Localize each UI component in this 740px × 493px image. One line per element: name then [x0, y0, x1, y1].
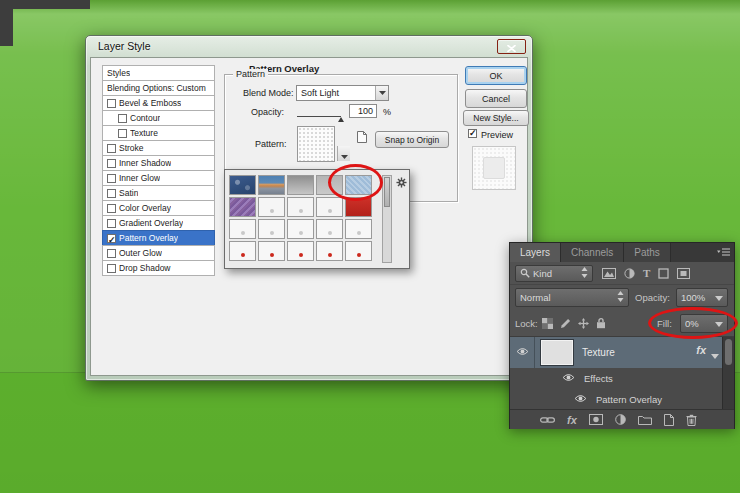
pattern-swatch-red-dot-5[interactable]: [345, 241, 372, 261]
filter-adjustment-icon[interactable]: [624, 268, 635, 279]
style-checkbox[interactable]: [107, 219, 116, 228]
pattern-swatch-purple-ornate[interactable]: [229, 197, 256, 217]
pattern-swatch-white-dots-4[interactable]: [316, 219, 343, 239]
pattern-swatch-red-dot-1[interactable]: [229, 241, 256, 261]
new-preset-icon: [356, 130, 368, 147]
blend-mode-select[interactable]: Soft Light: [296, 85, 389, 101]
style-item-gradient-overlay[interactable]: Gradient Overlay: [102, 215, 215, 231]
pattern-swatch-red-dot-3[interactable]: [287, 241, 314, 261]
pattern-swatch-white-dots-3[interactable]: [287, 219, 314, 239]
style-item-outer-glow[interactable]: Outer Glow: [102, 245, 215, 261]
visibility-toggle[interactable]: [510, 337, 535, 368]
ok-button[interactable]: OK: [465, 66, 527, 85]
style-checkbox[interactable]: [107, 144, 116, 153]
pattern-picker-arrow[interactable]: [337, 146, 350, 161]
collapse-effects-icon[interactable]: [711, 350, 719, 361]
panel-menu-icon[interactable]: [717, 248, 730, 259]
layers-scrollbar-thumb[interactable]: [725, 339, 732, 365]
filter-shape-icon[interactable]: [658, 268, 669, 279]
tab-channels[interactable]: Channels: [561, 243, 624, 262]
dropdown-arrow-icon[interactable]: [375, 86, 388, 100]
layer-opacity-select[interactable]: 100%: [676, 288, 728, 307]
new-preset-button[interactable]: [356, 130, 368, 148]
lock-brush-icon[interactable]: [560, 318, 571, 329]
filter-type-icon[interactable]: T: [643, 267, 650, 279]
layer-mask-icon[interactable]: [589, 414, 603, 425]
picker-scrollbar-thumb[interactable]: [384, 177, 390, 207]
gear-icon[interactable]: [396, 174, 407, 192]
snap-to-origin-button[interactable]: Snap to Origin: [375, 131, 449, 148]
pattern-swatch-white-weave-2[interactable]: [287, 197, 314, 217]
tab-paths[interactable]: Paths: [624, 243, 671, 262]
preview-label: Preview: [481, 130, 513, 140]
style-checkbox[interactable]: [118, 129, 127, 138]
lock-move-icon[interactable]: [578, 318, 589, 329]
adjustment-layer-icon[interactable]: [615, 414, 626, 425]
style-item-pattern-overlay[interactable]: Pattern Overlay: [102, 230, 215, 246]
style-item-stroke[interactable]: Stroke: [102, 140, 215, 156]
style-item-color-overlay[interactable]: Color Overlay: [102, 200, 215, 216]
style-item-contour[interactable]: Contour: [102, 110, 215, 126]
pattern-swatch-blue-clouds[interactable]: [229, 175, 256, 195]
filter-smart-icon[interactable]: [677, 268, 690, 279]
style-checkbox[interactable]: [107, 174, 116, 183]
new-style-button[interactable]: New Style...: [463, 110, 529, 126]
filter-kind-select[interactable]: Kind: [515, 265, 593, 282]
pattern-swatch-white-weave-3[interactable]: [316, 197, 343, 217]
layer-thumbnail[interactable]: [541, 340, 573, 365]
pattern-swatch-sunset-horizon[interactable]: [258, 175, 285, 195]
style-item-texture[interactable]: Texture: [102, 125, 215, 141]
opacity-slider[interactable]: [297, 116, 341, 117]
pattern-overlay-row[interactable]: Pattern Overlay: [510, 389, 722, 410]
preview-checkbox[interactable]: [468, 129, 477, 138]
style-item-drop-shadow[interactable]: Drop Shadow: [102, 260, 215, 276]
lock-label: Lock:: [515, 318, 538, 329]
pattern-swatch-white-weave-1[interactable]: [258, 197, 285, 217]
effects-row[interactable]: Effects: [510, 368, 722, 389]
pattern-swatch-red-dot-2[interactable]: [258, 241, 285, 261]
link-icon[interactable]: [540, 416, 555, 424]
opacity-slider-thumb[interactable]: [338, 117, 344, 122]
style-item-bevel-emboss[interactable]: Bevel & Emboss: [102, 95, 215, 111]
style-checkbox[interactable]: [107, 234, 116, 243]
style-item-inner-glow[interactable]: Inner Glow: [102, 170, 215, 186]
filter-pixel-icon[interactable]: [602, 268, 616, 279]
style-checkbox[interactable]: [118, 114, 127, 123]
pattern-thumbnail[interactable]: [297, 126, 335, 162]
visibility-toggle[interactable]: [562, 373, 575, 384]
opacity-input[interactable]: 100: [349, 104, 377, 118]
lock-all-icon[interactable]: [596, 317, 606, 329]
style-checkbox[interactable]: [107, 99, 116, 108]
pattern-swatch-red-dot-4[interactable]: [316, 241, 343, 261]
group-icon[interactable]: [638, 414, 652, 425]
pattern-swatch-white-dots-5[interactable]: [345, 219, 372, 239]
style-item-label: Gradient Overlay: [119, 216, 183, 231]
picker-scrollbar[interactable]: [382, 175, 392, 263]
style-checkbox[interactable]: [107, 204, 116, 213]
preview-thumbnail: [472, 146, 516, 190]
pattern-swatch-gray-gradient[interactable]: [287, 175, 314, 195]
layer-row-texture[interactable]: Texture fx: [510, 337, 722, 368]
style-item-label: Styles: [107, 66, 130, 81]
style-item-blending-options-custom[interactable]: Blending Options: Custom: [102, 80, 215, 96]
style-checkbox[interactable]: [107, 264, 116, 273]
new-layer-icon[interactable]: [664, 414, 674, 426]
style-item-inner-shadow[interactable]: Inner Shadow: [102, 155, 215, 171]
pattern-swatch-white-dots-2[interactable]: [258, 219, 285, 239]
layers-scrollbar[interactable]: [722, 337, 734, 410]
close-button[interactable]: [497, 39, 526, 54]
delete-icon[interactable]: [686, 414, 697, 426]
style-item-styles[interactable]: Styles: [102, 65, 215, 81]
tab-layers[interactable]: Layers: [510, 243, 561, 262]
layer-blend-mode-select[interactable]: Normal: [515, 288, 629, 307]
visibility-toggle[interactable]: [574, 394, 587, 405]
style-item-satin[interactable]: Satin: [102, 185, 215, 201]
cancel-button[interactable]: Cancel: [465, 89, 527, 108]
style-checkbox[interactable]: [107, 159, 116, 168]
pattern-swatch-white-dots-1[interactable]: [229, 219, 256, 239]
layer-style-icon[interactable]: fx: [567, 414, 577, 426]
lock-transparency-icon[interactable]: [542, 318, 553, 329]
style-checkbox[interactable]: [107, 249, 116, 258]
dialog-titlebar[interactable]: Layer Style: [86, 36, 532, 57]
style-checkbox[interactable]: [107, 189, 116, 198]
